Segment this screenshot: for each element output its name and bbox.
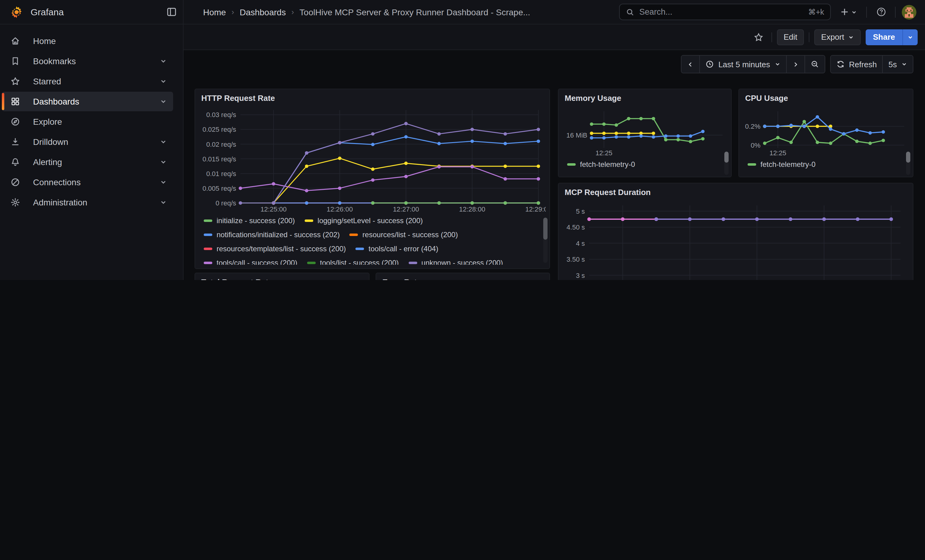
svg-text:12:28:00: 12:28:00 xyxy=(459,206,485,213)
memory-usage-chart[interactable]: 16 MiB12:25 xyxy=(563,104,728,159)
legend-item-tools-list-success-200-[interactable]: tools/list - success (200) xyxy=(307,258,399,265)
time-range-picker[interactable]: Last 5 minutes xyxy=(700,56,786,73)
svg-text:16 MiB: 16 MiB xyxy=(566,131,587,139)
search-shortcut: ⌘+k xyxy=(808,8,824,17)
sidebar-item-dashboards[interactable]: Dashboards xyxy=(2,92,173,111)
svg-text:12:25: 12:25 xyxy=(595,149,612,157)
svg-text:0 req/s: 0 req/s xyxy=(215,199,236,207)
svg-text:12:29:00: 12:29:00 xyxy=(525,206,546,213)
svg-text:12:25:00: 12:25:00 xyxy=(260,206,286,213)
svg-text:0.2%: 0.2% xyxy=(745,123,761,130)
clock-icon xyxy=(705,60,714,69)
svg-text:0.01 req/s: 0.01 req/s xyxy=(206,170,236,177)
chevron-down-icon[interactable] xyxy=(160,158,167,166)
legend-item-initialize-success-200-[interactable]: initialize - success (200) xyxy=(204,216,295,225)
panel-cpu-usage: CPU Usage 0.2%0%12:25 fetch-telemetry-0 xyxy=(738,89,913,177)
bookmark-icon xyxy=(11,56,20,66)
chart-legend: fetch-telemetry-0 xyxy=(567,160,723,174)
legend-item-resources-list-success-200-[interactable]: resources/list - success (200) xyxy=(350,230,458,239)
grafana-logo[interactable] xyxy=(9,4,24,20)
legend-scrollbar[interactable] xyxy=(906,152,910,175)
legend-color-pill xyxy=(204,219,212,222)
sidebar-item-connections[interactable]: Connections xyxy=(2,173,173,192)
sidebar-item-administration[interactable]: Administration xyxy=(2,192,173,212)
legend-item-logging-setlevel-success-200-[interactable]: logging/setLevel - success (200) xyxy=(305,216,423,225)
breadcrumb-dashboards[interactable]: Dashboards xyxy=(240,7,286,17)
top-header: Grafana Home › Dashboards › ToolHive MCP… xyxy=(0,0,925,24)
bell-icon xyxy=(11,157,20,167)
panel-memory-usage: Memory Usage 16 MiB12:25 fetch-telemetry… xyxy=(558,89,732,177)
sidebar: Home Bookmarks Starred xyxy=(0,24,184,280)
grafana-app: Grafana Home › Dashboards › ToolHive MCP… xyxy=(0,0,925,280)
search-input[interactable]: Search... ⌘+k xyxy=(619,4,831,20)
legend-color-pill xyxy=(305,219,313,222)
panel-title[interactable]: Memory Usage xyxy=(559,89,731,103)
chevron-down-icon[interactable] xyxy=(160,199,167,206)
svg-text:0.015 req/s: 0.015 req/s xyxy=(202,155,236,163)
cpu-usage-chart[interactable]: 0.2%0%12:25 xyxy=(744,104,910,159)
header-divider xyxy=(895,6,896,17)
chevron-down-icon[interactable] xyxy=(160,138,167,146)
sidebar-item-explore[interactable]: Explore xyxy=(2,112,173,131)
legend-scrollbar[interactable] xyxy=(724,152,729,175)
time-shift-back-button[interactable] xyxy=(681,56,700,73)
svg-text:4.50 s: 4.50 s xyxy=(566,224,585,231)
legend-scrollbar[interactable] xyxy=(543,218,548,263)
search-placeholder: Search... xyxy=(639,8,803,17)
http-request-rate-chart[interactable]: 0 req/s0.005 req/s0.01 req/s0.015 req/s0… xyxy=(200,105,546,216)
compass-icon xyxy=(11,117,20,126)
header-divider xyxy=(866,6,867,17)
dock-sidebar-icon[interactable] xyxy=(163,4,179,20)
zoom-out-time-button[interactable] xyxy=(805,56,824,73)
breadcrumb-home[interactable]: Home xyxy=(203,7,226,17)
legend-item-fetch-telemetry-0[interactable]: fetch-telemetry-0 xyxy=(747,160,815,169)
svg-text:5 s: 5 s xyxy=(576,207,585,215)
legend-item-unknown-success-200-[interactable]: unknown - success (200) xyxy=(409,258,503,265)
gear-icon xyxy=(11,197,20,207)
sidebar-item-home[interactable]: Home xyxy=(2,31,173,51)
chevron-down-icon[interactable] xyxy=(160,78,167,85)
legend-item-notifications-initialized-success-202-[interactable]: notifications/initialized - success (202… xyxy=(204,230,340,239)
legend-color-pill xyxy=(567,163,575,166)
grid-icon xyxy=(11,97,20,107)
legend-color-pill xyxy=(350,234,358,236)
chevron-down-icon[interactable] xyxy=(160,98,167,105)
chevron-down-icon[interactable] xyxy=(160,57,167,65)
sidebar-item-bookmarks[interactable]: Bookmarks xyxy=(2,51,173,71)
legend-item-tools-call-success-200-[interactable]: tools/call - success (200) xyxy=(204,258,297,265)
legend-item-resources-templates-list-success-200-[interactable]: resources/templates/list - success (200) xyxy=(204,245,346,253)
help-icon[interactable] xyxy=(873,4,889,20)
add-new-button[interactable] xyxy=(837,4,860,20)
mcp-request-duration-chart[interactable]: 5 s4.50 s4 s3.50 s3 s2.50 s12:25:0012:26… xyxy=(563,199,909,280)
svg-text:12:25: 12:25 xyxy=(769,149,786,157)
sidebar-item-alerting[interactable]: Alerting xyxy=(2,152,173,172)
legend-color-pill xyxy=(356,248,364,250)
sidebar-item-drilldown[interactable]: Drilldown xyxy=(2,132,173,152)
sidebar-item-starred[interactable]: Starred xyxy=(2,72,173,91)
legend-color-pill xyxy=(409,262,417,264)
svg-text:0.005 req/s: 0.005 req/s xyxy=(202,185,236,192)
panel-title[interactable]: Total Request Rate xyxy=(195,273,369,280)
svg-text:0.02 req/s: 0.02 req/s xyxy=(206,141,236,148)
refresh-button[interactable]: Refresh xyxy=(830,56,883,73)
time-shift-forward-button[interactable] xyxy=(786,56,805,73)
user-avatar[interactable] xyxy=(902,5,916,19)
chevron-down-icon[interactable] xyxy=(160,179,167,186)
panel-title[interactable]: HTTP Request Rate xyxy=(195,89,549,103)
panel-title[interactable]: CPU Usage xyxy=(739,89,913,103)
chart-legend: initialize - success (200) logging/setLe… xyxy=(204,216,541,265)
refresh-interval-dropdown[interactable]: 5s xyxy=(883,56,913,73)
svg-text:12:27:00: 12:27:00 xyxy=(393,206,419,213)
panel-title[interactable]: MCP Request Duration xyxy=(559,183,913,197)
search-icon xyxy=(626,8,634,16)
chart-legend: fetch-telemetry-0 xyxy=(747,160,904,174)
header-right: Search... ⌘+k xyxy=(619,4,925,20)
panel-title[interactable]: Error Rate xyxy=(376,273,549,280)
panel-total-request-rate: Total Request Rate 0.0875 xyxy=(194,273,369,280)
legend-color-pill xyxy=(204,234,212,236)
legend-item-tools-call-error-404-[interactable]: tools/call - error (404) xyxy=(356,245,438,253)
home-icon xyxy=(11,36,20,46)
legend-color-pill xyxy=(307,262,316,264)
main-content: Edit Export Share xyxy=(184,24,925,280)
legend-item-fetch-telemetry-0[interactable]: fetch-telemetry-0 xyxy=(567,160,635,169)
